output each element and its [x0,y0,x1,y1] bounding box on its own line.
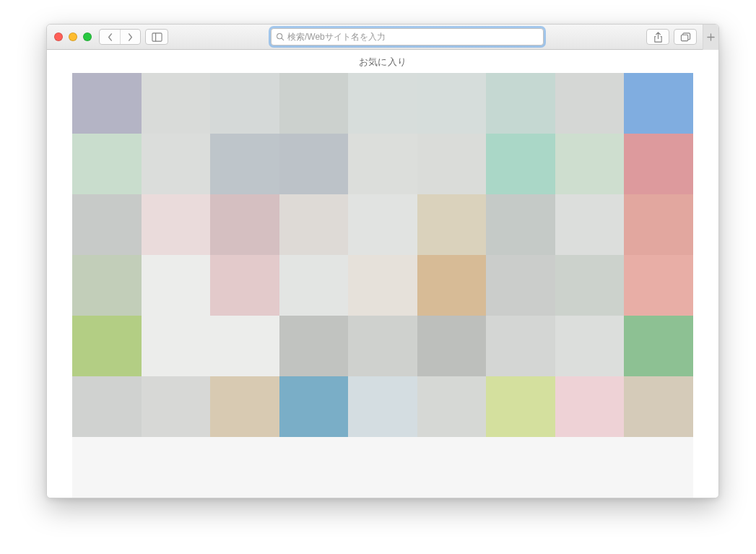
tabs-overview-button[interactable] [674,29,697,45]
svg-line-3 [282,38,284,40]
favorite-tile[interactable] [72,134,142,194]
favorite-tile[interactable] [142,194,211,255]
address-bar[interactable] [271,28,544,46]
favorite-tile[interactable] [279,437,349,498]
favorite-tile[interactable] [210,255,279,316]
favorite-tile[interactable] [72,255,142,316]
favorite-tile[interactable] [555,255,625,316]
favorite-tile[interactable] [486,437,555,498]
favorite-tile[interactable] [142,255,211,316]
plus-icon [707,33,715,41]
sidebar-icon [152,32,162,43]
favorite-tile[interactable] [417,255,487,316]
favorite-tile[interactable] [348,437,417,498]
favorite-tile[interactable] [72,73,142,134]
zoom-window-button[interactable] [83,33,92,41]
favorite-tile[interactable] [555,316,625,376]
favorite-tile[interactable] [142,316,211,376]
favorite-tile[interactable] [624,376,693,437]
favorite-tile[interactable] [279,376,349,437]
favorite-tile[interactable] [210,376,279,437]
favorite-tile[interactable] [555,376,625,437]
favorite-tile[interactable] [210,194,279,255]
favorite-tile[interactable] [210,73,279,134]
favorite-tile[interactable] [142,134,211,194]
favorite-tile[interactable] [417,134,487,194]
chevron-left-icon [107,33,113,41]
favorite-tile[interactable] [486,255,555,316]
favorite-tile[interactable] [72,437,142,498]
favorite-tile[interactable] [486,73,555,134]
search-icon [276,33,284,41]
favorite-tile[interactable] [486,194,555,255]
favorite-tile[interactable] [624,194,693,255]
favorites-grid [72,73,693,498]
browser-window: お気に入り [46,24,719,498]
favorite-tile[interactable] [486,316,555,376]
favorite-tile[interactable] [142,73,211,134]
favorite-tile[interactable] [486,376,555,437]
content-area: お気に入り [47,50,718,498]
favorite-tile[interactable] [624,134,693,194]
favorite-tile[interactable] [624,316,693,376]
forward-button[interactable] [120,30,140,44]
favorite-tile[interactable] [210,316,279,376]
nav-back-forward-group [99,29,141,45]
tabs-icon [680,32,691,43]
favorite-tile[interactable] [72,376,142,437]
favorite-tile[interactable] [279,316,349,376]
share-icon [653,32,664,43]
favorite-tile[interactable] [624,73,693,134]
favorite-tile[interactable] [142,376,211,437]
favorite-tile[interactable] [279,255,349,316]
window-controls [53,33,95,41]
favorite-tile[interactable] [417,376,487,437]
toolbar [47,25,718,50]
favorite-tile[interactable] [555,134,625,194]
favorite-tile[interactable] [210,134,279,194]
favorite-tile[interactable] [72,316,142,376]
favorite-tile[interactable] [348,73,417,134]
favorite-tile[interactable] [348,134,417,194]
favorite-tile[interactable] [417,73,487,134]
back-button[interactable] [100,30,120,44]
favorite-tile[interactable] [142,437,211,498]
favorite-tile[interactable] [624,255,693,316]
favorite-tile[interactable] [417,316,487,376]
new-tab-button[interactable] [703,25,718,50]
minimize-window-button[interactable] [69,33,77,41]
favorite-tile[interactable] [555,73,625,134]
favorite-tile[interactable] [417,194,487,255]
favorite-tile[interactable] [279,194,349,255]
svg-rect-4 [681,35,687,40]
chevron-right-icon [127,33,134,41]
favorite-tile[interactable] [348,376,417,437]
share-button[interactable] [646,29,669,45]
favorite-tile[interactable] [555,437,625,498]
favorite-tile[interactable] [279,73,349,134]
favorite-tile[interactable] [486,134,555,194]
toolbar-right-group [646,29,697,45]
favorite-tile[interactable] [555,194,625,255]
favorite-tile[interactable] [348,316,417,376]
favorite-tile[interactable] [624,437,693,498]
favorite-tile[interactable] [72,194,142,255]
address-input[interactable] [287,32,539,42]
svg-rect-0 [152,33,161,40]
favorites-heading: お気に入り [47,50,718,73]
favorite-tile[interactable] [348,255,417,316]
close-window-button[interactable] [54,33,63,41]
favorite-tile[interactable] [210,437,279,498]
favorites-grid-wrap [47,73,718,498]
sidebar-toggle-button[interactable] [145,29,168,45]
favorite-tile[interactable] [279,134,349,194]
address-bar-container [173,28,642,46]
favorite-tile[interactable] [417,437,487,498]
favorite-tile[interactable] [348,194,417,255]
